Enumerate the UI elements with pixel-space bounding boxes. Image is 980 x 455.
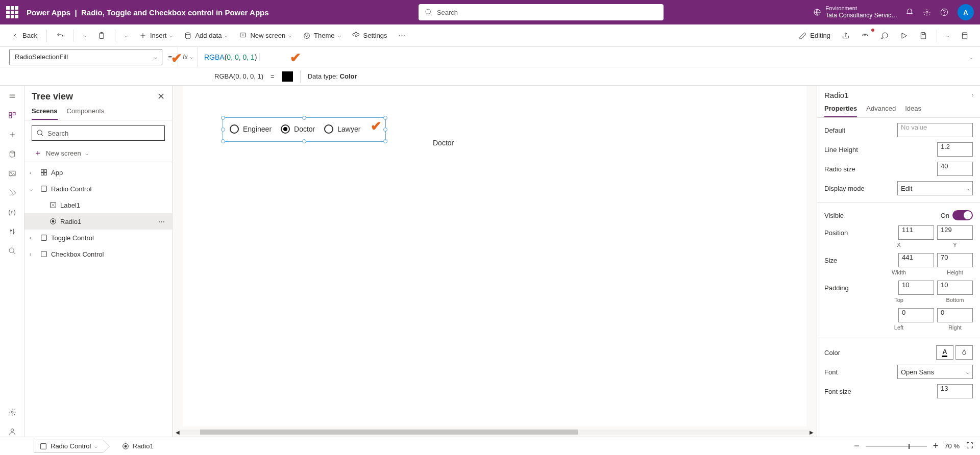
back-button[interactable]: Back <box>7 30 41 42</box>
radio-size-input[interactable]: 40 <box>937 162 973 176</box>
pad-right-input[interactable]: 0 <box>937 308 973 322</box>
font-select[interactable]: Open Sans⌵ <box>897 365 973 379</box>
formula-expand[interactable]: ⌵ <box>962 53 980 61</box>
tree-new-screen[interactable]: ＋ New screen ⌵ <box>24 146 172 162</box>
new-screen-button[interactable]: New screen⌵ <box>235 30 296 42</box>
variables-icon[interactable]: (𝑥) <box>7 207 17 217</box>
search-icon <box>425 8 433 16</box>
tree-node-checkbox-screen[interactable]: ›Checkbox Control <box>24 246 172 262</box>
height-input[interactable]: 70 <box>937 253 973 267</box>
pad-left-input[interactable]: 0 <box>898 308 934 322</box>
display-mode-select[interactable]: Edit⌵ <box>897 181 973 195</box>
canvas-area[interactable]: Engineer Doctor Lawyer ✔ Doctor ◀ ▶ <box>173 86 817 437</box>
theme-button[interactable]: Theme⌵ <box>299 30 345 42</box>
overflow-button[interactable]: ⋯ <box>395 30 409 41</box>
share-button[interactable] <box>838 30 854 42</box>
save-split[interactable]: ⌵ <box>942 31 953 40</box>
tree-search[interactable]: Search <box>32 125 165 141</box>
undo-split[interactable]: ⌵ <box>79 31 90 40</box>
power-automate-icon[interactable] <box>7 188 17 198</box>
paste-split[interactable]: ⌵ <box>120 31 132 40</box>
width-input[interactable]: 441 <box>898 253 934 267</box>
pad-bottom-input[interactable]: 10 <box>937 281 973 295</box>
virtual-agent-icon[interactable] <box>7 426 17 437</box>
close-tree-icon[interactable]: ✕ <box>157 91 165 102</box>
font-label: Font <box>824 368 838 376</box>
prop-tab-ideas[interactable]: Ideas <box>905 105 921 117</box>
tab-screens[interactable]: Screens <box>32 107 58 120</box>
pos-y-input[interactable]: 129 <box>937 225 973 240</box>
padding-label: Padding <box>824 284 849 292</box>
svg-point-33 <box>10 172 12 173</box>
tree-view-icon[interactable] <box>7 110 17 120</box>
label1-control[interactable]: Doctor <box>433 139 454 147</box>
undo-button[interactable] <box>52 30 68 42</box>
media-pane-icon[interactable] <box>7 168 17 179</box>
default-input[interactable]: No value <box>897 123 973 137</box>
tree-node-toggle-screen[interactable]: ›Toggle Control <box>24 230 172 246</box>
property-selector[interactable]: RadioSelectionFill ⌵ ✔ <box>9 49 162 65</box>
user-avatar[interactable]: A <box>958 4 974 20</box>
svg-point-40 <box>11 411 13 413</box>
svg-point-5 <box>944 14 945 15</box>
breadcrumb-screen[interactable]: Radio Control⌵ <box>34 440 103 453</box>
settings-gear-icon[interactable] <box>923 8 931 16</box>
breadcrumb-control[interactable]: Radio1 <box>116 440 159 453</box>
paste-button[interactable] <box>93 30 110 42</box>
svg-line-43 <box>41 134 43 136</box>
comments-button[interactable] <box>876 30 893 42</box>
font-color-button[interactable]: A <box>936 345 953 360</box>
svg-rect-21 <box>962 33 967 39</box>
pos-x-input[interactable]: 111 <box>898 225 934 240</box>
settings-button[interactable]: Settings <box>348 30 391 42</box>
add-data-button[interactable]: Add data⌵ <box>180 30 232 42</box>
color-label: Color <box>824 349 840 357</box>
bottom-bar: Radio Control⌵ Radio1 − + 70 % <box>0 437 980 455</box>
editing-mode[interactable]: Editing <box>795 30 835 42</box>
global-search[interactable]: Search <box>419 4 664 20</box>
next-control-icon[interactable]: ⌵ <box>969 94 974 97</box>
hamburger-icon[interactable] <box>7 91 17 101</box>
tab-components[interactable]: Components <box>67 107 105 120</box>
svg-rect-47 <box>44 173 47 175</box>
svg-marker-19 <box>902 33 906 38</box>
radio1-control[interactable]: Engineer Doctor Lawyer <box>230 124 360 134</box>
zoom-out-button[interactable]: − <box>854 441 860 451</box>
app-checker-button[interactable] <box>857 30 873 42</box>
font-size-input[interactable]: 13 <box>937 384 973 398</box>
insert-pane-icon[interactable] <box>7 130 17 140</box>
gear-bottom-icon[interactable] <box>7 407 17 417</box>
line-height-input[interactable]: 1.2 <box>937 142 973 157</box>
visible-toggle[interactable] <box>952 210 973 220</box>
preview-button[interactable] <box>896 30 912 42</box>
zoom-in-button[interactable]: + <box>933 441 939 451</box>
help-icon[interactable] <box>940 8 948 16</box>
app-launcher-icon[interactable] <box>6 6 18 18</box>
publish-button[interactable] <box>957 30 973 42</box>
insert-button[interactable]: Insert⌵ <box>135 30 177 42</box>
formula-bar: RadioSelectionFill ⌵ ✔ = fx⌵ RGBA(0, 0, … <box>0 47 980 67</box>
data-pane-icon[interactable] <box>7 149 17 159</box>
tree-node-app[interactable]: ›App <box>24 164 172 181</box>
fill-color-button[interactable] <box>955 345 973 360</box>
tree-node-label1[interactable]: Label1 <box>24 197 172 213</box>
tree-node-more-icon[interactable]: ⋯ <box>158 218 166 225</box>
notifications-icon[interactable] <box>905 8 914 16</box>
pad-top-input[interactable]: 10 <box>898 281 934 295</box>
svg-point-14 <box>304 33 310 38</box>
color-swatch <box>282 71 293 82</box>
visible-label: Visible <box>824 212 844 219</box>
save-button[interactable] <box>915 30 932 42</box>
tree-node-radio-screen[interactable]: ⌵Radio Control <box>24 181 172 197</box>
environment-picker[interactable]: Environment Tata Consultancy Servic… <box>813 5 897 19</box>
prop-tab-advanced[interactable]: Advanced <box>866 105 896 117</box>
zoom-slider[interactable] <box>866 446 927 447</box>
search-pane-icon[interactable] <box>7 246 17 256</box>
formula-input[interactable]: RGBA(0, 0, 0, 1) ✔ <box>198 53 962 61</box>
display-mode-label: Display mode <box>824 185 865 192</box>
canvas-h-scrollbar[interactable]: ◀ ▶ <box>176 428 814 436</box>
tools-icon[interactable] <box>7 226 17 237</box>
tree-node-radio1[interactable]: Radio1⋯ <box>24 213 172 230</box>
fit-screen-button[interactable] <box>966 441 974 451</box>
prop-tab-properties[interactable]: Properties <box>824 105 857 117</box>
